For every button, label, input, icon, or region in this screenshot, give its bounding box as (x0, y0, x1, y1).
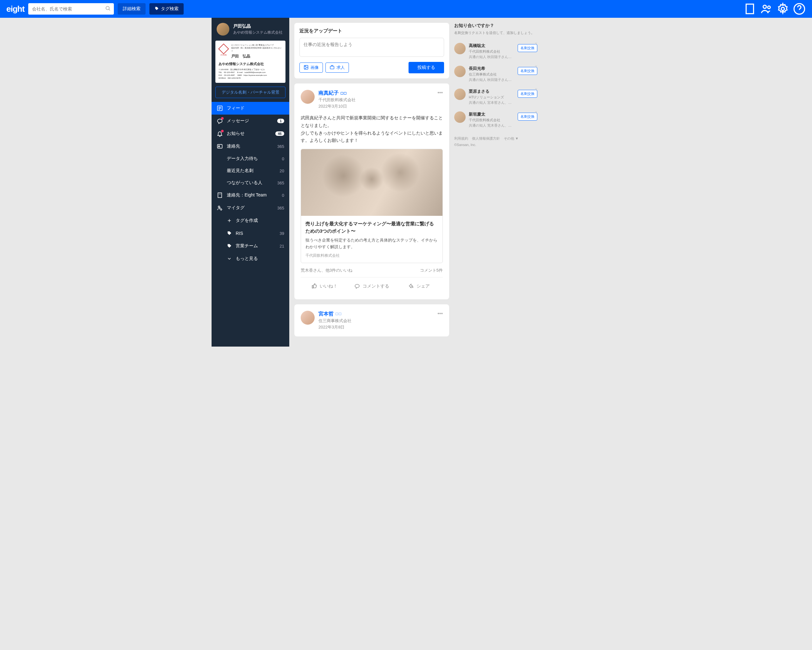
post-card-title: 売り上げを最大化するマーケティング〜最適な営業に繋げるための3つのポイント〜 (305, 220, 438, 234)
suggest-company: 住三商事株式会社 (469, 72, 514, 77)
nav-pending[interactable]: データ入力待ち 0 (212, 153, 289, 165)
composer-input[interactable] (299, 38, 444, 57)
job-chip[interactable]: 求人 (325, 63, 349, 73)
search-input[interactable] (28, 3, 114, 15)
post-avatar[interactable] (301, 311, 314, 325)
close-icon[interactable]: × (535, 87, 537, 92)
gear-icon[interactable] (777, 3, 789, 15)
post-item: 南真紀子 千代田飲料株式会社 2022年3月10日 ••• 武田真紀子さんと共同… (295, 84, 449, 299)
main-column: 近況をアップデート 画像 求人 投稿する 南真紀子 千代田飲料株式会社 (289, 18, 454, 347)
post-date: 2022年3月10日 (319, 104, 356, 109)
share-button[interactable]: シェア (395, 280, 443, 293)
person-tag-icon (217, 205, 223, 211)
footer-other[interactable]: その他 ▼ (504, 136, 519, 141)
suggest-avatar[interactable] (454, 112, 466, 123)
image-chip[interactable]: 画像 (299, 63, 323, 73)
suggest-company: 千代田飲料株式会社 (469, 118, 514, 122)
building-icon[interactable] (743, 3, 756, 15)
connected-count: 365 (277, 180, 284, 185)
svg-point-23 (218, 206, 220, 208)
tag-icon (154, 6, 159, 12)
post-menu-icon[interactable]: ••• (437, 311, 443, 317)
nav-contacts-label: 連絡先 (227, 144, 273, 149)
close-icon[interactable]: × (535, 64, 537, 69)
suggest-avatar[interactable] (454, 89, 466, 100)
logo[interactable]: eight (6, 4, 24, 14)
exchange-button[interactable]: 名刺交換 (517, 44, 537, 52)
share-icon (408, 283, 414, 290)
exchange-button[interactable]: 名刺交換 (517, 113, 537, 121)
business-card[interactable]: AYAME ビジネスソリューション第１部 事業法人グループ 統括代理（等）東京経… (215, 41, 285, 83)
suggestion-item: × 栗原まさる HTUソリューションズ 共通の知人 宮本哲さん、他… 名刺交換 (454, 86, 537, 108)
post-avatar[interactable] (301, 90, 314, 104)
suggest-avatar[interactable] (454, 66, 466, 77)
image-chip-label: 画像 (311, 65, 319, 70)
nav-notices-label: お知らせ (227, 131, 272, 136)
exchange-button[interactable]: 名刺交換 (517, 90, 537, 98)
footer-privacy[interactable]: 個人情報保護方針 (472, 136, 500, 141)
card-web: WEB https://ayame.example.com (237, 74, 267, 77)
svg-rect-28 (330, 66, 334, 69)
nav-create-tag[interactable]: タグを作成 (212, 214, 289, 227)
nav-tag-ris-label: RIS (236, 231, 276, 236)
suggest-name[interactable]: 高橋聡太 (469, 43, 514, 49)
footer-copyright: ©Sansan, Inc. (454, 143, 537, 147)
recent-count: 20 (280, 168, 284, 173)
post-likes[interactable]: 荒木香さん、他3件のいいね (301, 268, 353, 273)
digital-card-button[interactable]: デジタル名刺・バーチャル背景 (215, 87, 285, 98)
post-menu-icon[interactable]: ••• (437, 90, 443, 96)
suggestion-item: × 長田光希 住三商事株式会社 共通の知人 秋田陽子さん、他… 名刺交換 (454, 63, 537, 86)
svg-line-1 (109, 9, 110, 11)
suggest-mutual: 共通の知人 宮本哲さん、他… (469, 100, 514, 105)
nav-feed[interactable]: フィード (212, 102, 289, 115)
card-tel: TEL 03-123-4567 (218, 71, 235, 74)
post-author[interactable]: 南真紀子 (319, 90, 356, 96)
footer-terms[interactable]: 利用規約 (454, 136, 468, 141)
exchange-button[interactable]: 名刺交換 (517, 67, 537, 75)
card-company: あやめ情報システム株式会社 (218, 61, 282, 66)
nav-tag-sales[interactable]: 営業チーム 21 (212, 240, 289, 252)
right-column: お知り合いですか？ 名刺交換リクエストを送信して、追加しましょう。 × 高橋聡太… (454, 18, 540, 347)
tag-search-button[interactable]: タグ検索 (150, 3, 184, 15)
post-body: 武田真紀子さんと共同で新規事業開発に関するセミナーを開催することとなりました。 … (301, 114, 443, 144)
post-link-card[interactable]: 売り上げを最大化するマーケティング〜最適な営業に繋げるための3つのポイント〜 狙… (301, 149, 443, 263)
suggest-name[interactable]: 栗原まさる (469, 89, 514, 94)
close-icon[interactable]: × (535, 110, 537, 115)
nav-contacts[interactable]: 連絡先 365 (212, 140, 289, 153)
svg-point-27 (305, 66, 306, 67)
job-chip-label: 求人 (337, 65, 345, 70)
detail-search-button[interactable]: 詳細検索 (118, 3, 146, 15)
profile[interactable]: 戸田弘晶 あやめ情報システム株式会社 (212, 23, 289, 41)
post-author[interactable]: 宮本哲 (319, 311, 351, 317)
nav-team-label: 連絡先：Eight Team (227, 192, 278, 198)
post-button[interactable]: 投稿する (409, 62, 444, 73)
suggest-avatar[interactable] (454, 43, 466, 54)
messages-badge: 1 (277, 119, 284, 123)
nav-recent[interactable]: 最近見た名刺 20 (212, 165, 289, 177)
nav-more[interactable]: もっと見る (212, 252, 289, 265)
post-card-source: 千代田飲料株式会社 (305, 253, 438, 258)
message-icon (217, 118, 223, 124)
profile-company: あやめ情報システム株式会社 (233, 30, 282, 35)
comment-label: コメントする (363, 283, 389, 289)
nav-connected[interactable]: つながっている人 365 (212, 177, 289, 189)
close-icon[interactable]: × (535, 41, 537, 46)
help-icon[interactable] (793, 3, 806, 15)
nav-tag-ris[interactable]: RIS 39 (212, 227, 289, 240)
nav-create-tag-label: タグを作成 (236, 218, 284, 223)
bell-icon (217, 130, 223, 137)
svg-point-19 (218, 146, 220, 147)
search-icon[interactable] (105, 5, 111, 12)
suggest-name[interactable]: 新垣慶太 (469, 112, 514, 117)
suggestion-item: × 新垣慶太 千代田飲料株式会社 共通の知人 荒木香さん、他… 名刺交換 (454, 108, 537, 131)
comment-button[interactable]: コメントする (348, 280, 395, 293)
suggest-name[interactable]: 長田光希 (469, 66, 514, 72)
nav-messages[interactable]: メッセージ 1 (212, 115, 289, 127)
like-button[interactable]: いいね！ (301, 280, 348, 293)
nav-notices[interactable]: お知らせ 46 (212, 127, 289, 140)
nav-mytag[interactable]: マイタグ 365 (212, 202, 289, 214)
people-icon[interactable] (760, 3, 773, 15)
post-comments[interactable]: コメント5件 (420, 268, 443, 273)
nav-feed-label: フィード (227, 106, 284, 111)
nav-team[interactable]: 連絡先：Eight Team 0 (212, 189, 289, 202)
